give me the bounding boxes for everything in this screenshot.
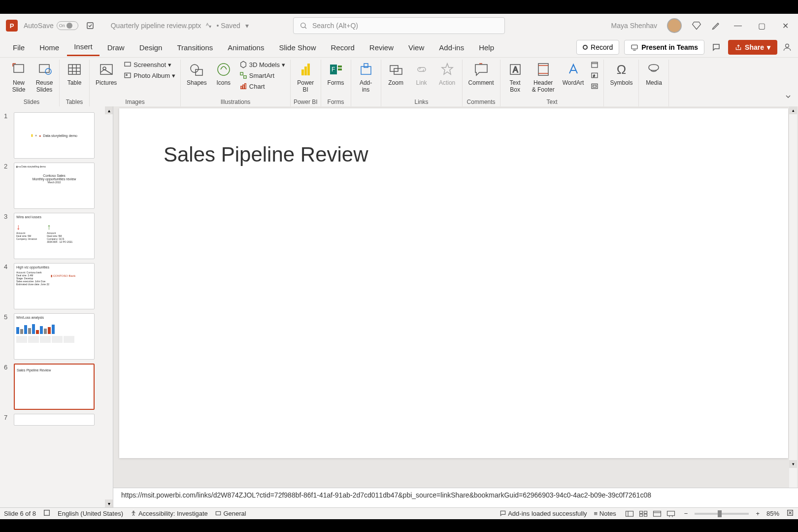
symbols-button[interactable]: ΩSymbols <box>607 60 635 87</box>
tab-view[interactable]: View <box>401 39 431 56</box>
forms-button[interactable]: FForms <box>324 60 348 87</box>
scroll-down-button[interactable]: ▾ <box>789 460 797 468</box>
accessibility-status[interactable]: Accessibility: Investigate <box>130 510 208 517</box>
tab-review[interactable]: Review <box>363 39 400 56</box>
general-status[interactable]: General <box>215 510 246 517</box>
notes-toggle[interactable]: ≡ Notes <box>594 510 616 517</box>
slide-count[interactable]: Slide 6 of 8 <box>4 510 36 517</box>
zoom-out-button[interactable]: − <box>684 510 688 517</box>
svg-rect-59 <box>667 511 674 515</box>
fit-window-button[interactable] <box>786 509 794 518</box>
group-media: Media <box>639 60 669 106</box>
textbox-button[interactable]: AText Box <box>503 60 527 95</box>
reuse-slides-button[interactable]: Reuse Slides <box>33 60 56 95</box>
screenshot-button[interactable]: Screenshot ▾ <box>122 60 177 69</box>
thumbnail-4[interactable]: 4High viz opportunitiesAccount: Contoso … <box>0 261 113 311</box>
comment-button[interactable]: Comment <box>466 60 497 87</box>
date-time-button[interactable] <box>589 60 600 69</box>
table-button[interactable]: Table <box>63 60 86 87</box>
powerbi-button[interactable]: Power BI <box>294 60 317 95</box>
slide-title[interactable]: Sales Pipeline Review <box>164 143 744 166</box>
smartart-button[interactable]: SmartArt <box>237 70 287 80</box>
sync-icon[interactable] <box>85 21 95 31</box>
pen-icon[interactable] <box>711 21 721 31</box>
canvas-wrap: Sales Pipeline Review ▴ ▾ https://msit.p… <box>113 106 798 507</box>
ribbon: New Slide Reuse Slides Slides Table Tabl… <box>0 57 798 106</box>
wordart-button[interactable]: WordArt <box>560 60 587 87</box>
minimize-button[interactable]: — <box>731 19 745 33</box>
group-text: AText Box Header & Footer WordArt # Text <box>500 60 604 106</box>
vertical-scrollbar[interactable]: ▴ ▾ <box>789 106 797 488</box>
zoom-button[interactable]: Zoom <box>384 60 408 87</box>
zoom-in-button[interactable]: + <box>756 510 760 517</box>
saved-state: • Saved <box>216 22 240 30</box>
diamond-icon[interactable] <box>692 21 701 31</box>
group-links: Zoom Link Action Links <box>381 60 463 106</box>
comments-pane-button[interactable] <box>709 40 723 54</box>
thumbnail-7[interactable]: 7 <box>0 412 113 428</box>
autosave-label: AutoSave <box>24 22 54 30</box>
tab-file[interactable]: File <box>6 39 32 56</box>
maximize-button[interactable]: ▢ <box>755 19 768 33</box>
object-button[interactable] <box>589 81 600 91</box>
pictures-button[interactable]: Pictures <box>93 60 120 87</box>
language-status[interactable]: English (United States) <box>58 510 123 517</box>
slide-canvas[interactable]: Sales Pipeline Review <box>119 108 788 458</box>
svg-rect-27 <box>304 66 307 75</box>
tab-addins[interactable]: Add-ins <box>432 39 471 56</box>
photo-album-button[interactable]: Photo Album ▾ <box>122 70 177 80</box>
avatar[interactable] <box>667 18 682 33</box>
icons-button[interactable]: Icons <box>212 60 235 87</box>
zoom-slider[interactable] <box>695 513 749 515</box>
tab-home[interactable]: Home <box>33 39 66 56</box>
addins-status[interactable]: Add-ins loaded successfully <box>499 510 587 517</box>
tab-slideshow[interactable]: Slide Show <box>272 39 323 56</box>
filename-dropdown[interactable]: ▾ <box>245 22 249 30</box>
canvas-scroll[interactable]: Sales Pipeline Review ▴ ▾ <box>113 106 798 488</box>
slideshow-view-button[interactable] <box>665 509 677 519</box>
tab-record[interactable]: Record <box>324 39 361 56</box>
new-slide-button[interactable]: New Slide <box>7 60 31 95</box>
normal-view-button[interactable] <box>623 509 636 519</box>
thumbnail-5[interactable]: 5Win/Loss analysis <box>0 311 113 362</box>
thumbnail-panel[interactable]: ▴ 1▮+●Data storytelling demo 2▮+● Data s… <box>0 106 113 507</box>
scroll-up-button[interactable]: ▴ <box>789 106 797 114</box>
collapse-ribbon-button[interactable] <box>784 93 792 102</box>
notes-area[interactable]: https://msit.powerbi.com/links/d2W874ZJO… <box>113 488 798 507</box>
thumbnail-2[interactable]: 2▮+● Data storytelling demoContoso Sales… <box>0 161 113 211</box>
record-button[interactable]: Record <box>576 40 619 55</box>
spell-check-icon[interactable] <box>43 509 51 518</box>
zoom-handle[interactable] <box>718 510 722 517</box>
tab-transitions[interactable]: Transitions <box>170 39 220 56</box>
thumb-scroll-up[interactable]: ▴ <box>105 106 113 114</box>
action-button[interactable]: Action <box>435 60 459 87</box>
slide-number-button[interactable]: # <box>589 70 600 80</box>
tab-animations[interactable]: Animations <box>221 39 271 56</box>
group-slides: New Slide Reuse Slides Slides <box>4 60 60 106</box>
3d-models-button[interactable]: 3D Models ▾ <box>237 60 287 69</box>
addins-button[interactable]: Add- ins <box>354 60 378 95</box>
sorter-view-button[interactable] <box>637 509 650 519</box>
thumbnail-1[interactable]: 1▮+●Data storytelling demo <box>0 110 113 161</box>
search-input[interactable]: Search (Alt+Q) <box>293 17 505 34</box>
thumbnail-6[interactable]: 6Sales Pipeline Review <box>0 362 113 412</box>
header-footer-button[interactable]: Header & Footer <box>529 60 558 95</box>
chart-button[interactable]: Chart <box>237 81 287 91</box>
present-teams-button[interactable]: Present in Teams <box>624 40 704 55</box>
tab-help[interactable]: Help <box>472 39 501 56</box>
close-button[interactable]: ✕ <box>778 19 792 33</box>
tab-draw[interactable]: Draw <box>100 39 132 56</box>
thumb-scroll-down[interactable]: ▾ <box>105 499 113 507</box>
media-button[interactable]: Media <box>642 60 665 87</box>
tab-design[interactable]: Design <box>133 39 169 56</box>
reading-view-button[interactable] <box>651 509 664 519</box>
autosave-toggle[interactable]: On <box>57 21 78 30</box>
people-icon[interactable] <box>782 42 792 52</box>
link-button[interactable]: Link <box>410 60 433 87</box>
svg-rect-54 <box>644 511 647 513</box>
zoom-level[interactable]: 85% <box>766 510 779 517</box>
share-button[interactable]: Share▾ <box>728 40 777 55</box>
shapes-button[interactable]: Shapes <box>184 60 210 87</box>
thumbnail-3[interactable]: 3Wins and losses↓AccountDeal size: 5MCom… <box>0 211 113 261</box>
tab-insert[interactable]: Insert <box>67 38 100 56</box>
